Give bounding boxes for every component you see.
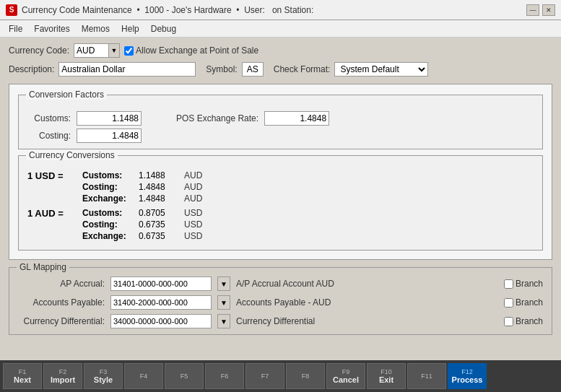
ap-accrual-branch-checkbox[interactable] — [504, 279, 513, 289]
close-button[interactable]: ✕ — [542, 4, 555, 16]
usd-conversion-block: 1 USD = Customs: 1.1488 AUD Costing: 1.4… — [27, 170, 534, 204]
window-title: Currency Code Maintenance — [22, 5, 132, 15]
menu-file[interactable]: File — [3, 22, 28, 35]
title-bar: S Currency Code Maintenance • 1000 - Joe… — [0, 0, 561, 20]
usd-rows: Customs: 1.1488 AUD Costing: 1.4848 AUD … — [82, 170, 202, 204]
ap-accrual-dropdown[interactable]: ▼ — [217, 276, 230, 291]
f2-button[interactable]: F2 Import — [43, 363, 82, 389]
menu-debug[interactable]: Debug — [145, 22, 182, 35]
symbol-label: Symbol: — [206, 64, 237, 74]
f8-button[interactable]: F8 — [286, 363, 325, 389]
gl-row-accounts-payable: Accounts Payable: ▼ Accounts Payable - A… — [18, 295, 543, 310]
currency-differential-branch: Branch — [504, 316, 543, 326]
accounts-payable-branch-label: Branch — [516, 297, 543, 308]
currency-conversions-title: Currency Conversions — [26, 150, 118, 160]
currency-code-select-wrapper: ▼ — [74, 43, 120, 58]
f4-button[interactable]: F4 — [124, 363, 163, 389]
f1-button[interactable]: F1 Next — [3, 363, 42, 389]
ap-accrual-desc: A/P Accrual Account AUD — [236, 279, 498, 289]
aud-costing-row: Costing: 0.6735 USD — [82, 219, 202, 230]
f7-button[interactable]: F7 — [245, 363, 284, 389]
symbol-input[interactable] — [242, 62, 264, 77]
usd-costing-row: Costing: 1.4848 AUD — [82, 182, 202, 192]
check-format-label: Check Format: — [274, 64, 331, 74]
currency-code-row: Currency Code: ▼ Allow Exchange at Point… — [9, 43, 552, 58]
pos-rate-input[interactable] — [264, 111, 329, 126]
accounts-payable-desc: Accounts Payable - AUD — [236, 297, 498, 308]
aud-customs-row: Customs: 0.8705 USD — [82, 208, 202, 218]
customs-row: Customs: POS Exchange Rate: — [27, 111, 534, 126]
aud-exchange-row: Exchange: 0.6735 USD — [82, 231, 202, 241]
accounts-payable-branch: Branch — [504, 297, 543, 308]
gl-row-ap-accrual: AP Accrual: ▼ A/P Accrual Account AUD Br… — [18, 276, 543, 291]
pos-rate-label: POS Exchange Rate: — [176, 113, 258, 123]
aud-label: 1 AUD = — [27, 208, 71, 241]
currency-code-dropdown[interactable]: ▼ — [108, 43, 120, 58]
user-label: User: — [244, 5, 265, 15]
conversion-factors-panel: Conversion Factors Customs: POS Exchange… — [18, 95, 543, 149]
description-label: Description: — [9, 64, 54, 74]
usd-exchange-row: Exchange: 1.4848 AUD — [82, 193, 202, 204]
accounts-payable-label: Accounts Payable: — [18, 297, 105, 308]
description-row: Description: Symbol: Check Format: Syste… — [9, 62, 552, 77]
customs-input[interactable] — [77, 111, 142, 126]
f12-button[interactable]: F12 Process — [448, 363, 487, 389]
currency-differential-account[interactable] — [110, 314, 212, 328]
description-input[interactable] — [58, 62, 196, 77]
f3-button[interactable]: F3 Style — [84, 363, 123, 389]
currency-conversions-panel: Currency Conversions 1 USD = Customs: 1.… — [18, 155, 543, 251]
menu-memos[interactable]: Memos — [76, 22, 116, 35]
accounts-payable-dropdown[interactable]: ▼ — [217, 295, 230, 310]
costing-input[interactable] — [77, 129, 142, 143]
f5-button[interactable]: F5 — [165, 363, 204, 389]
check-format-select[interactable]: System Default Custom — [334, 62, 428, 77]
allow-exchange-checkbox[interactable] — [124, 46, 134, 56]
main-panel: Conversion Factors Customs: POS Exchange… — [9, 84, 552, 260]
ap-accrual-label: AP Accrual: — [18, 279, 105, 289]
f11-button[interactable]: F11 — [407, 363, 446, 389]
menu-favorites[interactable]: Favorites — [28, 22, 75, 35]
gl-row-currency-differential: Currency Differential: ▼ Currency Differ… — [18, 314, 543, 328]
currency-differential-desc: Currency Differential — [236, 316, 498, 326]
f9-button[interactable]: F9 Cancel — [326, 363, 365, 389]
gl-mapping-title: GL Mapping — [17, 262, 69, 272]
aud-rows: Customs: 0.8705 USD Costing: 0.6735 USD … — [82, 208, 202, 241]
ap-accrual-branch-label: Branch — [516, 279, 543, 289]
currency-code-input[interactable] — [74, 43, 108, 58]
minimize-button[interactable]: — — [526, 4, 539, 16]
costing-label: Costing: — [27, 131, 71, 141]
title-bar-text: Currency Code Maintenance • 1000 - Joe's… — [22, 5, 526, 15]
allow-exchange-checkbox-label[interactable]: Allow Exchange at Point of Sale — [124, 45, 258, 56]
f6-button[interactable]: F6 — [205, 363, 244, 389]
usd-customs-row: Customs: 1.1488 AUD — [82, 170, 202, 180]
costing-row: Costing: — [27, 129, 534, 143]
usd-label: 1 USD = — [27, 170, 71, 204]
app-icon: S — [6, 4, 17, 16]
main-content: Currency Code: ▼ Allow Exchange at Point… — [0, 38, 561, 360]
check-format-wrapper: System Default Custom — [334, 62, 428, 77]
f10-button[interactable]: F10 Exit — [367, 363, 406, 389]
conversion-factors-title: Conversion Factors — [26, 90, 107, 100]
menu-help[interactable]: Help — [116, 22, 145, 35]
window-controls: — ✕ — [526, 4, 555, 16]
ap-accrual-branch: Branch — [504, 279, 543, 289]
accounts-payable-branch-checkbox[interactable] — [504, 298, 513, 308]
function-key-bar: F1 Next F2 Import F3 Style F4 F5 F6 F7 F… — [0, 360, 561, 392]
currency-differential-dropdown[interactable]: ▼ — [217, 314, 230, 328]
currency-code-label: Currency Code: — [9, 45, 69, 56]
menu-bar: File Favorites Memos Help Debug — [0, 20, 561, 38]
ap-accrual-account[interactable] — [110, 276, 212, 291]
currency-differential-branch-checkbox[interactable] — [504, 317, 513, 326]
customs-label: Customs: — [27, 113, 71, 123]
company-name: 1000 - Joe's Hardware — [144, 5, 231, 15]
aud-conversion-block: 1 AUD = Customs: 0.8705 USD Costing: 0.6… — [27, 208, 534, 241]
accounts-payable-account[interactable] — [110, 295, 212, 310]
gl-mapping-section: GL Mapping AP Accrual: ▼ A/P Accrual Acc… — [9, 267, 552, 335]
currency-differential-label: Currency Differential: — [18, 316, 105, 326]
currency-differential-branch-label: Branch — [516, 316, 543, 326]
station-label: on Station: — [272, 5, 313, 15]
